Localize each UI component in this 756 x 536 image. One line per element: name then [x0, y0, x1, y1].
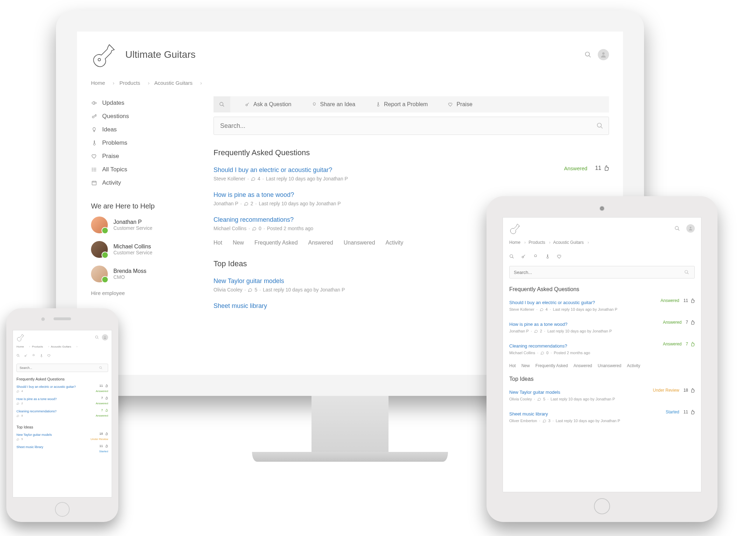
filter-hot[interactable]: Hot [509, 363, 516, 368]
filter-unanswered[interactable]: Unanswered [344, 240, 375, 246]
post-title-link[interactable]: How is pine as a tone wood? [509, 322, 567, 327]
user-avatar[interactable] [686, 224, 695, 233]
search-input[interactable] [509, 266, 695, 279]
helper-person[interactable]: Jonathan PCustomer Service [91, 217, 189, 233]
sidebar-item-activity[interactable]: Activity [91, 176, 189, 190]
crumb-home[interactable]: Home [509, 240, 520, 245]
tab-report-problem[interactable] [545, 251, 550, 262]
post-title-link[interactable]: Sheet music library [509, 411, 548, 417]
key-icon [245, 102, 250, 107]
filter-activity[interactable]: Activity [627, 363, 640, 368]
brand[interactable] [509, 222, 521, 234]
thumbs-up-icon [105, 445, 108, 448]
post-title-link[interactable]: Sheet music library [214, 302, 267, 309]
tab-praise[interactable]: Praise [442, 96, 478, 112]
sidebar-item-questions[interactable]: Questions [91, 110, 189, 123]
sidebar-item-ideas[interactable]: Ideas [91, 123, 189, 136]
tab-ask-question[interactable] [24, 352, 28, 359]
vote-count[interactable]: 18 [684, 388, 695, 393]
svg-point-33 [25, 356, 26, 357]
search-icon[interactable] [684, 270, 689, 275]
search-icon[interactable] [99, 366, 103, 370]
svg-line-19 [601, 127, 603, 129]
vote-count[interactable]: 11 [684, 410, 695, 414]
svg-line-35 [101, 368, 102, 369]
app-title: Ultimate Guitars [125, 49, 196, 60]
filter-new[interactable]: New [522, 363, 530, 368]
home-button[interactable] [594, 498, 610, 514]
filter-answered[interactable]: Answered [573, 363, 592, 368]
vote-count[interactable]: 11 [99, 384, 108, 387]
crumb-home[interactable]: Home [16, 345, 24, 348]
vote-count[interactable]: 7 [686, 342, 695, 346]
crumb-products[interactable]: Products [119, 80, 140, 86]
tab-search[interactable] [16, 352, 20, 359]
post-title-link[interactable]: How is pine as a tone wood? [16, 397, 57, 401]
crumb-products[interactable]: Products [528, 240, 545, 245]
filter-faq[interactable]: Frequently Asked [254, 240, 298, 246]
tab-ask-question[interactable] [521, 251, 526, 262]
post-title-link[interactable]: Should I buy an electric or acoustic gui… [214, 166, 332, 173]
vote-count[interactable]: 7 [101, 396, 108, 400]
post-title-link[interactable]: Cleaning recommendations? [214, 216, 294, 223]
post-title-link[interactable]: How is pine as a tone wood? [214, 191, 294, 198]
helper-person[interactable]: Michael CollinsCustomer Service [91, 241, 189, 258]
tab-search[interactable] [214, 96, 230, 112]
filter-hot[interactable]: Hot [214, 240, 222, 246]
post-title-link[interactable]: Cleaning recommendations? [509, 343, 567, 349]
tab-label: Ask a Question [253, 101, 292, 108]
vote-count[interactable]: 7 [686, 320, 695, 325]
filter-unanswered[interactable]: Unanswered [598, 363, 621, 368]
crumb-home[interactable]: Home [91, 80, 105, 86]
vote-count[interactable]: 11 [684, 298, 695, 303]
brand[interactable] [16, 333, 25, 342]
sidebar-item-problems[interactable]: Problems [91, 136, 189, 150]
header-search-icon[interactable] [674, 226, 680, 231]
sidebar-item-updates[interactable]: Updates [91, 96, 189, 110]
crumb-products[interactable]: Products [32, 345, 43, 348]
ideas-heading: Top Ideas [16, 425, 108, 429]
tab-report-problem[interactable]: Report a Problem [370, 96, 433, 112]
search-input[interactable] [16, 364, 108, 372]
filter-activity[interactable]: Activity [386, 240, 404, 246]
tab-praise[interactable] [557, 251, 562, 262]
sidebar-item-alltopics[interactable]: All Topics [91, 163, 189, 176]
post-title-link[interactable]: New Taylor guitar models [16, 433, 52, 437]
vote-count[interactable]: 7 [101, 408, 108, 412]
post-title-link[interactable]: Cleaning recommendations? [16, 410, 57, 413]
post-title-link[interactable]: Sheet music library [16, 445, 43, 449]
filter-faq[interactable]: Frequently Asked [536, 363, 568, 368]
tab-share-idea[interactable] [533, 251, 538, 262]
helper-person[interactable]: Brenda MossCMO [91, 266, 189, 282]
tab-search[interactable] [509, 251, 514, 262]
post-title-link[interactable]: Should I buy an electric or acoustic gui… [509, 300, 595, 305]
hire-employee-link[interactable]: Hire employee [91, 290, 189, 296]
home-button[interactable] [55, 502, 70, 517]
sidebar-item-praise[interactable]: Praise [91, 150, 189, 163]
vote-count[interactable]: 11 [99, 444, 108, 448]
tab-ask-question[interactable]: Ask a Question [239, 96, 297, 112]
search-input[interactable] [214, 117, 609, 135]
crumb-acoustic[interactable]: Acoustic Guitars [553, 240, 583, 245]
filter-new[interactable]: New [233, 240, 244, 246]
header-search-icon[interactable] [584, 51, 592, 58]
crumb-acoustic[interactable]: Acoustic Guitars [51, 345, 71, 348]
brand[interactable]: Ultimate Guitars [91, 41, 196, 68]
post-title-link[interactable]: Should I buy an electric or acoustic gui… [16, 385, 76, 389]
crumb-acoustic[interactable]: Acoustic Guitars [154, 80, 192, 86]
faq-item: How is pine as a tone wood? Jonathan P ·… [509, 318, 695, 339]
filter-answered[interactable]: Answered [308, 240, 333, 246]
vote-count[interactable]: 18 [99, 432, 108, 435]
vote-count[interactable]: 11 [595, 165, 609, 171]
tab-share-idea[interactable]: Share an Idea [306, 96, 361, 112]
tab-share-idea[interactable] [32, 352, 35, 359]
header-search-icon[interactable] [95, 335, 99, 339]
user-avatar[interactable] [598, 49, 609, 60]
tab-praise[interactable] [47, 352, 51, 359]
user-avatar[interactable] [102, 334, 108, 341]
post-title-link[interactable]: New Taylor guitar models [214, 277, 284, 284]
tab-report-problem[interactable] [40, 352, 43, 359]
search-icon[interactable] [596, 122, 603, 129]
svg-point-3 [602, 52, 605, 55]
post-title-link[interactable]: New Taylor guitar models [509, 390, 560, 395]
